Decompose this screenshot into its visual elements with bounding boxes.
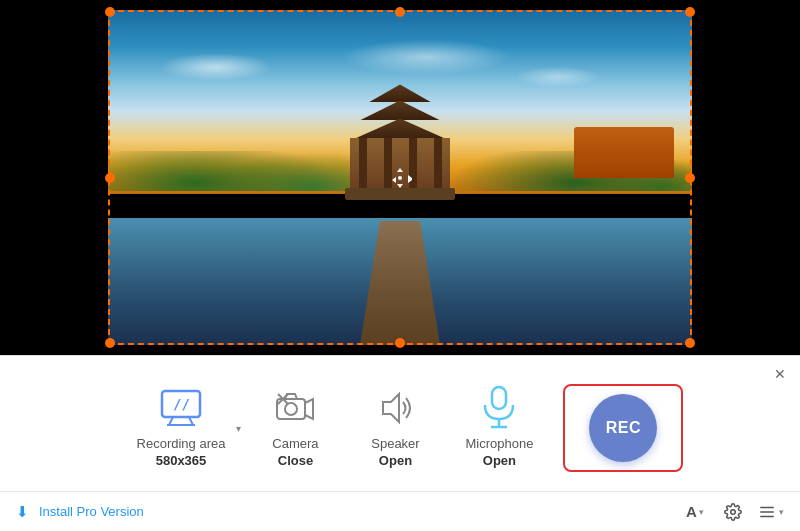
menu-button[interactable]: ▾: [758, 499, 784, 525]
rec-button[interactable]: REC: [589, 394, 657, 462]
recording-area-control[interactable]: // Recording area 580x365 ▾: [117, 378, 246, 478]
svg-text://: //: [173, 396, 190, 412]
base-platform: [345, 188, 455, 200]
scene-image: [108, 10, 692, 345]
camera-icon: [273, 386, 317, 430]
rec-area: REC: [563, 384, 683, 472]
speaker-icon: [373, 386, 417, 430]
controls-row: // Recording area 580x365 ▾: [0, 356, 800, 491]
svg-rect-10: [492, 387, 506, 409]
bottom-right-icons: A ▾ ▾: [682, 499, 784, 525]
install-pro-link[interactable]: Install Pro Version: [39, 504, 144, 519]
columns-area: [350, 138, 450, 188]
text-a-icon: A: [686, 503, 697, 520]
speaker-control[interactable]: Speaker Open: [345, 378, 445, 478]
svg-point-13: [731, 509, 736, 514]
svg-marker-9: [383, 394, 399, 422]
column-2: [384, 138, 392, 188]
download-icon: ⬇: [16, 503, 29, 521]
speaker-label: Speaker Open: [371, 436, 419, 470]
dropdown-arrow[interactable]: ▾: [236, 422, 241, 433]
microphone-icon: [477, 386, 521, 430]
menu-icon: [758, 503, 776, 521]
svg-point-6: [285, 403, 297, 415]
pavilion: [340, 84, 460, 224]
camera-control[interactable]: Camera Close: [245, 378, 345, 478]
rec-label: REC: [606, 419, 641, 437]
canvas-area: [0, 0, 800, 355]
gear-icon: [724, 503, 742, 521]
roof-tier-3: [365, 84, 435, 102]
text-dropdown-arrow: ▾: [699, 507, 704, 517]
recording-area-label: Recording area 580x365: [137, 436, 226, 470]
microphone-label: Microphone Open: [465, 436, 533, 470]
right-buildings: [574, 127, 674, 177]
roof-tier-2: [355, 100, 445, 120]
camera-label: Camera Close: [272, 436, 318, 470]
roof-tier-1: [345, 118, 455, 140]
text-icon-button[interactable]: A ▾: [682, 499, 708, 525]
settings-button[interactable]: [720, 499, 746, 525]
column-4: [434, 138, 442, 188]
microphone-control[interactable]: Microphone Open: [445, 378, 553, 478]
toolbar: ✕ // Recording area 580x365 ▾: [0, 355, 800, 531]
monitor-icon: //: [159, 386, 203, 430]
menu-dropdown-arrow: ▾: [779, 507, 784, 517]
column-3: [409, 138, 417, 188]
column-1: [359, 138, 367, 188]
close-button[interactable]: ✕: [770, 364, 790, 384]
bottom-bar: ⬇ Install Pro Version A ▾: [0, 491, 800, 531]
